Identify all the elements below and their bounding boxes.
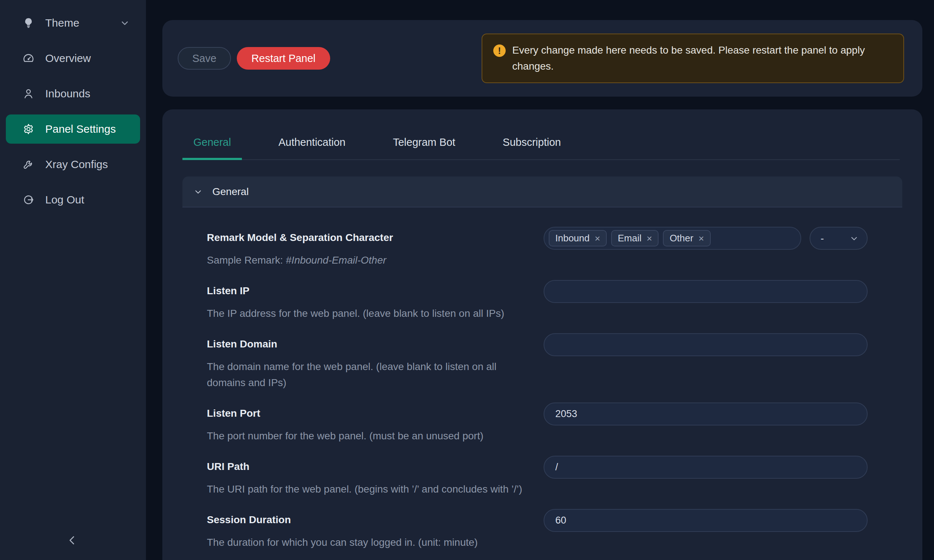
sidebar-menu: Theme Overview Inbounds Panel Settings [0,0,146,214]
tab-general[interactable]: General [182,132,242,159]
sidebar-collapse-button[interactable] [61,529,83,551]
listen-port-input[interactable] [544,403,868,425]
form-row-remark-model: Remark Model & Separation Character Samp… [207,227,868,268]
field-description: Sample Remark: #Inbound-Email-Other [207,252,544,268]
form-row-listen-port: Listen Port The port number for the web … [207,403,868,444]
sidebar-item-panel-settings[interactable]: Panel Settings [6,114,140,144]
field-label: Listen Domain [207,337,544,351]
lightbulb-icon [22,16,35,29]
listen-ip-input[interactable] [544,280,868,303]
chevron-left-icon [66,534,79,547]
chevron-down-icon [193,187,203,197]
session-duration-input[interactable] [544,509,868,532]
sidebar: Theme Overview Inbounds Panel Settings [0,0,146,560]
general-section-header[interactable]: General [182,177,902,208]
form-row-uri-path: URI Path The URI path for the web panel.… [207,456,868,497]
remove-tag-icon[interactable]: × [646,234,652,243]
field-description: The IP address for the web panel. (leave… [207,306,544,322]
uri-path-input[interactable] [544,456,868,479]
remark-tag-email: Email × [611,230,658,246]
section-title: General [212,186,249,198]
field-label: Listen IP [207,284,544,298]
listen-domain-input[interactable] [544,333,868,356]
separator-value: - [820,232,824,244]
alert-message: Every change made here needs to be saved… [512,42,892,74]
chevron-down-icon [849,234,859,243]
sidebar-item-label: Xray Configs [45,158,108,171]
field-description: The URI path for the web panel. (begins … [207,481,544,497]
general-section: General Remark Model & Separation Charac… [182,177,902,560]
general-section-body: Remark Model & Separation Character Samp… [182,208,902,560]
sidebar-item-label: Panel Settings [45,123,116,135]
field-description: The duration for which you can stay logg… [207,534,544,551]
toolbar-card: Save Restart Panel ! Every change made h… [162,20,922,97]
form-row-listen-domain: Listen Domain The domain name for the we… [207,333,868,391]
form-row-session-duration: Session Duration The duration for which … [207,509,868,551]
field-label: Listen Port [207,406,544,421]
chevron-down-icon [120,18,130,28]
field-description: The domain name for the web panel. (leav… [207,359,513,391]
field-label: Remark Model & Separation Character [207,231,544,245]
sidebar-item-label: Inbounds [45,88,90,100]
save-button[interactable]: Save [178,47,231,70]
field-description: The port number for the web panel. (must… [207,428,544,444]
remark-tag-inbound: Inbound × [549,230,607,246]
logout-icon [22,193,35,206]
sidebar-item-xray-configs[interactable]: Xray Configs [6,150,140,179]
form-row-listen-ip: Listen IP The IP address for the web pan… [207,280,868,322]
warning-icon: ! [493,45,506,57]
tab-authentication[interactable]: Authentication [267,132,356,159]
sidebar-item-log-out[interactable]: Log Out [6,185,140,214]
field-label: Session Duration [207,512,544,527]
sample-remark-value: #Inbound-Email-Other [286,254,386,266]
restart-warning-alert: ! Every change made here needs to be sav… [482,34,904,83]
gear-icon [22,123,35,135]
remark-tag-other: Other × [663,230,711,246]
remove-tag-icon[interactable]: × [698,234,704,243]
sidebar-item-label: Log Out [45,194,84,206]
wrench-icon [22,158,35,171]
separator-select[interactable]: - [809,227,868,250]
sidebar-item-theme[interactable]: Theme [6,8,140,38]
panel-settings-card: General Authentication Telegram Bot Subs… [162,109,922,560]
settings-tab-bar: General Authentication Telegram Bot Subs… [182,132,900,160]
restart-panel-button[interactable]: Restart Panel [237,47,330,70]
tab-subscription[interactable]: Subscription [492,132,572,159]
sidebar-item-label: Theme [45,17,79,29]
field-label: URI Path [207,459,544,474]
remark-model-multiselect[interactable]: Inbound × Email × Other × [544,227,801,250]
dashboard-icon [22,52,35,65]
remove-tag-icon[interactable]: × [595,234,600,243]
tab-telegram-bot[interactable]: Telegram Bot [382,132,466,159]
user-icon [22,87,35,100]
sidebar-item-label: Overview [45,52,91,65]
sidebar-item-inbounds[interactable]: Inbounds [6,79,140,108]
sidebar-item-overview[interactable]: Overview [6,44,140,73]
